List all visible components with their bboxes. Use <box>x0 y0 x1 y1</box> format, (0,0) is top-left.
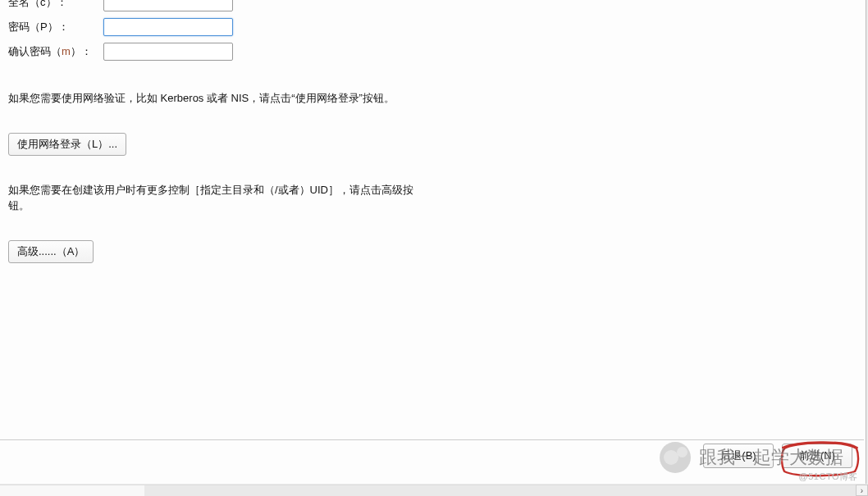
input-confirm-password[interactable] <box>103 43 233 61</box>
row-fullname: 全名（c）： <box>8 0 857 15</box>
help-network-auth: 如果您需要使用网络验证，比如 Kerberos 或者 NIS，请点击“使用网络登… <box>8 90 857 107</box>
horizontal-scrollbar-right-arrow[interactable]: › <box>856 485 868 496</box>
user-form: 全名（c）： 密码（P）： 确认密码（m）： <box>0 0 866 64</box>
main-panel: 全名（c）： 密码（P）： 确认密码（m）： 如果您需要使用网络验证，比如 Ke… <box>0 0 866 484</box>
row-confirm-password: 确认密码（m）： <box>8 39 857 64</box>
label-password-suffix: ）： <box>48 20 69 33</box>
spacer <box>0 107 866 133</box>
spacer <box>0 156 866 182</box>
label-password-prefix: 密码（ <box>8 20 40 33</box>
back-button[interactable]: 后退(B) <box>703 444 774 468</box>
attribution-text: @51CTO博客 <box>799 471 858 483</box>
advanced-button[interactable]: 高级......（A） <box>8 240 94 263</box>
spacer <box>0 64 866 90</box>
label-confirm-prefix: 确认密码（ <box>8 45 62 57</box>
label-fullname: 全名（c）： <box>8 0 103 10</box>
wizard-nav-bar: 后退(B) 前进(N) <box>0 439 864 471</box>
label-confirm-hotkey: m <box>62 45 71 57</box>
forward-button[interactable]: 前进(N) <box>782 444 852 468</box>
label-fullname-suffix: ）： <box>46 0 67 8</box>
input-fullname[interactable] <box>103 0 233 11</box>
label-password-hotkey: P <box>40 20 48 33</box>
horizontal-scrollbar-thumb-left[interactable] <box>0 485 144 496</box>
label-confirm-password: 确认密码（m）： <box>8 44 103 59</box>
label-fullname-prefix: 全名（ <box>8 0 40 8</box>
network-login-row: 使用网络登录（L）... <box>8 133 857 156</box>
row-password: 密码（P）： <box>8 15 857 39</box>
label-confirm-suffix: ）： <box>71 45 92 57</box>
help-advanced: 如果您需要在创建该用户时有更多控制［指定主目录和（/或者）UID］，请点击高级按… <box>8 182 427 214</box>
spacer <box>0 214 866 240</box>
label-password: 密码（P）： <box>8 20 103 34</box>
chevron-right-icon: › <box>861 486 863 495</box>
advanced-row: 高级......（A） <box>8 240 857 263</box>
network-login-button[interactable]: 使用网络登录（L）... <box>8 133 126 156</box>
input-password[interactable] <box>103 18 233 36</box>
